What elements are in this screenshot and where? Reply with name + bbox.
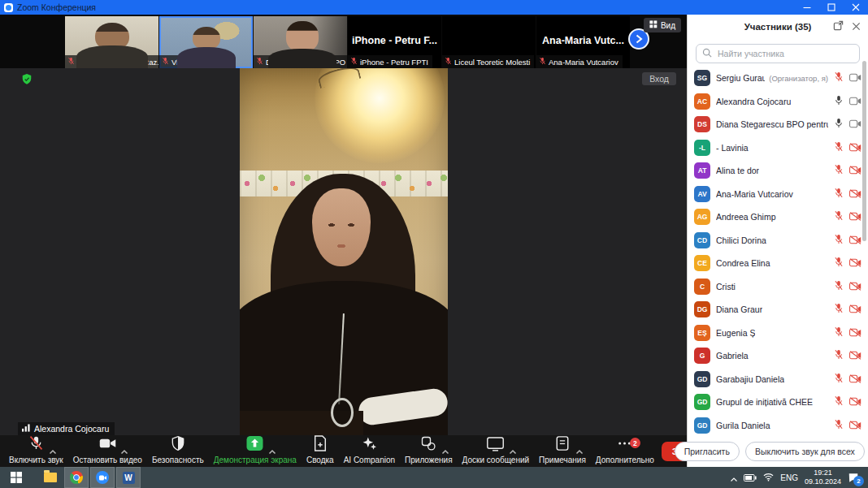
notification-badge: 2: [853, 476, 864, 486]
toolbar-notes[interactable]: Примечания: [536, 438, 588, 464]
mute-all-button[interactable]: Выключить звук для всех: [745, 442, 865, 461]
pop-out-icon[interactable]: [833, 19, 844, 34]
toolbar-summary[interactable]: Сводка: [304, 438, 336, 464]
zoom-taskbar-button[interactable]: [90, 467, 115, 488]
mic-muted-icon: [539, 57, 546, 67]
avatar: AG: [694, 209, 710, 225]
window-controls: [795, 0, 868, 15]
participant-row[interactable]: GGabriela: [688, 344, 868, 368]
chevron-up-icon[interactable]: [509, 443, 517, 458]
toolbar-label: Доски сообщений: [462, 456, 530, 464]
zoom-app-icon: [4, 3, 13, 12]
participant-row[interactable]: CCristi: [688, 275, 868, 299]
scrollbar-thumb[interactable]: [862, 61, 866, 241]
avatar: G: [694, 348, 710, 364]
camera-off-icon: [849, 256, 861, 270]
speaker-name-label: Alexandra Cojocaru: [34, 424, 109, 434]
toolbar-label: Безопасность: [152, 456, 204, 464]
participant-row[interactable]: -L- Lavinia: [688, 136, 868, 160]
participant-row[interactable]: GDGrupul de inițiativă CHEE: [688, 391, 868, 414]
filmstrip-thumbnail[interactable]: iPhone - Petru F...iPhone - Petru FPTI: [348, 16, 441, 68]
file-explorer-icon: [44, 473, 57, 482]
sign-in-button[interactable]: Вход: [642, 72, 676, 85]
thumbnail-name-tag: Victor Pletosu: [159, 55, 223, 68]
mic-muted-icon: [834, 279, 844, 294]
participant-row[interactable]: GDGurila Daniela: [688, 414, 868, 438]
filmstrip-thumbnail[interactable]: Diana Stegarescu BPO pe...: [254, 16, 347, 68]
maximize-icon[interactable]: [819, 0, 844, 15]
participant-row[interactable]: CECondrea Elina: [688, 252, 868, 275]
window-titlebar: Zoom Конференция: [0, 0, 868, 15]
tray-expand-icon[interactable]: [731, 470, 737, 485]
word-taskbar-button[interactable]: W: [116, 467, 141, 488]
participant-row[interactable]: GDGarabajiu Daniela: [688, 368, 868, 391]
participant-name: Diana Stegarescu BPO pentru Co...: [716, 119, 828, 129]
thumbnail-name-tag: Diana Stegarescu BPO pe...: [254, 55, 347, 68]
participant-name: Andreea Ghimp: [716, 212, 776, 222]
avatar: GD: [694, 394, 710, 410]
toolbar-shield[interactable]: Безопасность: [150, 438, 206, 464]
camera-off-icon: [849, 279, 861, 294]
avatar: EȘ: [694, 325, 710, 341]
filmstrip-thumbnail[interactable]: Ana-Maria Vutc...Ana-Maria Vutcariov: [536, 16, 630, 68]
participant-row[interactable]: DGDiana Graur: [688, 298, 868, 322]
camera-on-icon: [849, 71, 861, 85]
participant-name: Grupul de inițiativă CHEE: [716, 397, 813, 407]
mic-muted-icon: [834, 163, 844, 178]
close-panel-icon[interactable]: [852, 19, 861, 34]
chevron-up-icon[interactable]: [120, 443, 128, 458]
notification-center-icon[interactable]: 2: [848, 473, 859, 483]
chevron-up-icon[interactable]: [49, 443, 57, 458]
clock[interactable]: 19:21 09.10.2024: [805, 469, 841, 486]
minimize-icon[interactable]: [795, 0, 819, 15]
participant-row[interactable]: EȘEugenia Ș: [688, 322, 868, 345]
wifi-icon[interactable]: [763, 470, 774, 485]
thumbnail-name-tag: Ana-Maria Vutcariov: [536, 55, 623, 68]
participant-row[interactable]: ACAlexandra Cojocaru: [688, 90, 868, 114]
zipper-ring: [331, 398, 354, 427]
toolbar-mic-muted[interactable]: Включить звук: [7, 438, 66, 464]
participant-row[interactable]: ATAlina te dor: [688, 159, 868, 183]
participants-list: SGSergiu Gurau, ...(Организатор, я)ACAle…: [688, 67, 868, 437]
view-button[interactable]: Вид: [644, 18, 681, 32]
filmstrip-thumbnail[interactable]: Liceul Teoretic Molesti: [442, 16, 536, 68]
participant-row[interactable]: DSDiana Stegarescu BPO pentru Co...: [688, 113, 868, 136]
filmstrip-thumbnail[interactable]: Victor Pletosu: [159, 16, 253, 68]
close-icon[interactable]: [844, 0, 868, 15]
screen-share-icon: [245, 435, 264, 455]
battery-icon[interactable]: [744, 470, 757, 485]
toolbar-more[interactable]: 2Дополнительно: [593, 438, 657, 464]
participant-name: Cristi: [716, 282, 736, 292]
chevron-up-icon[interactable]: [268, 443, 276, 458]
participant-row[interactable]: SGSergiu Gurau, ...(Организатор, я): [688, 67, 868, 90]
invite-button[interactable]: Пригласить: [675, 442, 740, 461]
whiteboard-icon: [486, 435, 505, 455]
toolbar-whiteboard[interactable]: Доски сообщений: [460, 438, 532, 464]
participant-row[interactable]: AVAna-Maria Vutcariov: [688, 183, 868, 206]
thumbnail-name-tag: iPhone - Petru FPTI: [348, 55, 432, 68]
search-input[interactable]: [716, 48, 853, 59]
security-shield-icon[interactable]: [21, 73, 33, 89]
file-explorer-taskbar-button[interactable]: [38, 467, 63, 488]
ai-sparkle-icon: [361, 435, 378, 455]
avatar: GD: [694, 417, 710, 434]
meeting-toolbar: Включить звукОстановить видеоБезопасност…: [0, 435, 687, 467]
toolbar-label: Дополнительно: [596, 456, 654, 464]
toolbar-apps[interactable]: Приложения: [402, 438, 455, 464]
chrome-taskbar-button[interactable]: [64, 467, 89, 488]
chevron-up-icon[interactable]: [441, 443, 449, 458]
thumbnail-name-tag: Liceul Teoretic Molesti: [442, 55, 534, 68]
mic-muted-icon: [834, 71, 844, 85]
camera-off-icon: [849, 209, 861, 224]
participant-name: Gurila Daniela: [716, 421, 770, 430]
participant-row[interactable]: CDChilici Dorina: [688, 229, 868, 253]
language-indicator[interactable]: ENG: [780, 473, 798, 482]
filmstrip-thumbnail[interactable]: Sergiu Gurau, Eco-Raz...: [65, 16, 158, 68]
toolbar-screen-share[interactable]: Демонстрация экрана: [211, 438, 299, 464]
chevron-up-icon[interactable]: [575, 443, 584, 458]
participant-row[interactable]: AGAndreea Ghimp: [688, 205, 868, 229]
participant-name: Eugenia Ș: [716, 328, 755, 338]
toolbar-ai-sparkle[interactable]: AI Companion: [341, 438, 397, 464]
toolbar-camera[interactable]: Остановить видео: [71, 438, 145, 464]
start-button[interactable]: [3, 467, 29, 488]
